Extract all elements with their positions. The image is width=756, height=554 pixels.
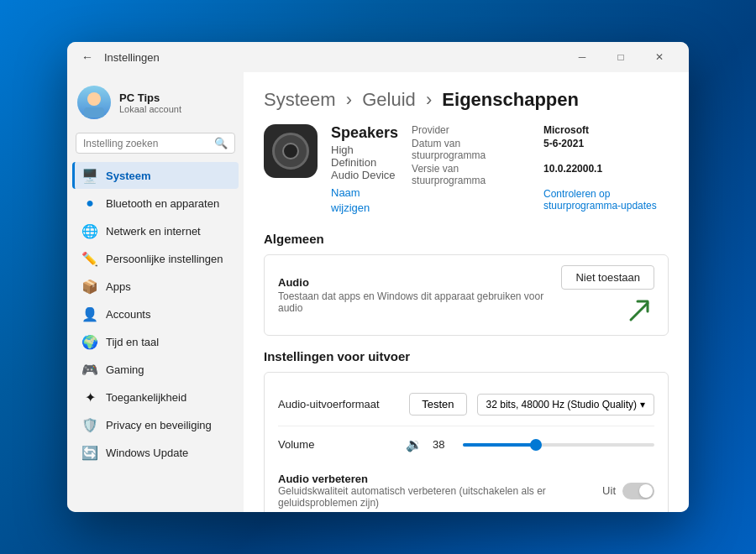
format-value: 32 bits, 48000 Hz (Studio Quality)	[486, 399, 637, 410]
back-button[interactable]: ←	[77, 47, 97, 67]
sidebar-item-windows-update[interactable]: 🔄 Windows Update	[72, 439, 239, 466]
volume-row: Volume 🔉 38	[278, 426, 654, 463]
sidebar: PC Tips Lokaal account 🔍 🖥️ Systeem ● Bl…	[67, 72, 244, 512]
version-value: 10.0.22000.1	[543, 163, 669, 186]
main-content: Systeem › Geluid › Eigenschappen Speaker…	[244, 72, 689, 512]
sidebar-item-label-toegankelijkheid: Toegankelijkheid	[106, 391, 186, 404]
svg-line-2	[631, 303, 648, 320]
slider-track	[463, 443, 654, 447]
sidebar-item-apps[interactable]: 📦 Apps	[72, 273, 239, 300]
toggle-label: Uit	[602, 484, 616, 497]
windows-update-icon: 🔄	[82, 445, 97, 460]
sidebar-item-systeem[interactable]: 🖥️ Systeem	[72, 162, 239, 189]
sidebar-item-label-windows-update: Windows Update	[106, 447, 188, 459]
sidebar-item-privacy[interactable]: 🛡️ Privacy en beveiliging	[72, 411, 239, 438]
search-box[interactable]: 🔍	[76, 133, 235, 154]
volume-value: 38	[433, 438, 453, 451]
audio-improve: Audio verbeteren Geluidskwaliteit automa…	[278, 463, 654, 512]
toegankelijkheid-icon: ✦	[82, 389, 97, 405]
breadcrumb-geluid[interactable]: Geluid	[362, 89, 416, 110]
sidebar-item-tijd[interactable]: 🌍 Tijd en taal	[72, 328, 239, 355]
audio-improve-toggle[interactable]	[622, 483, 654, 499]
window-title: Instellingen	[104, 51, 563, 64]
device-meta: Provider Microsoft Datum van stuurprogra…	[412, 124, 669, 212]
audio-row: Audio Toestaan dat apps en Windows dit a…	[278, 265, 654, 325]
audio-improve-title: Audio verbeteren	[278, 473, 597, 485]
toggle-row: Uit	[602, 483, 654, 499]
volume-label: Volume	[278, 438, 396, 451]
audio-desc: Toestaan dat apps en Windows dit apparaa…	[278, 290, 561, 314]
allow-button[interactable]: Niet toestaan	[561, 265, 654, 290]
apps-icon: 📦	[82, 279, 97, 294]
green-arrow-container	[624, 295, 654, 325]
window-controls: ─ □ ✕	[563, 42, 679, 72]
device-name: Speakers	[331, 124, 398, 142]
sidebar-item-gaming[interactable]: 🎮 Gaming	[72, 356, 239, 383]
breadcrumb-sep-2: ›	[426, 89, 437, 110]
green-arrow-icon	[624, 295, 654, 325]
sidebar-item-label-apps: Apps	[106, 280, 131, 293]
format-row: Audio-uitvoerformaat Testen 32 bits, 480…	[278, 383, 654, 426]
sidebar-item-netwerk[interactable]: 🌐 Netwerk en internet	[72, 217, 239, 244]
minimize-button[interactable]: ─	[563, 42, 601, 72]
user-section: PC Tips Lokaal account	[67, 79, 244, 129]
sidebar-item-label-accounts: Accounts	[106, 308, 150, 321]
volume-icon: 🔉	[406, 436, 423, 452]
sidebar-item-label-gaming: Gaming	[106, 363, 144, 376]
breadcrumb-sep-1: ›	[346, 89, 357, 110]
sidebar-item-label-tijd: Tijd en taal	[106, 336, 159, 348]
audio-improve-header: Audio verbeteren Geluidskwaliteit automa…	[278, 473, 654, 509]
slider-thumb[interactable]	[530, 439, 542, 451]
section-uitvoer: Instellingen voor uitvoer	[264, 349, 669, 363]
maximize-button[interactable]: □	[601, 42, 640, 72]
svg-point-0	[87, 92, 101, 106]
slider-fill	[463, 443, 536, 447]
device-icon	[264, 124, 318, 178]
search-icon: 🔍	[214, 137, 228, 149]
device-info: Speakers High Definition Audio Device Na…	[331, 124, 398, 215]
breadcrumb: Systeem › Geluid › Eigenschappen	[264, 89, 669, 111]
persoonlijk-icon: ✏️	[82, 251, 97, 266]
driver-update-link[interactable]: Controleren op stuurprogramma-updates	[543, 188, 669, 212]
sidebar-item-label-persoonlijk: Persoonlijke instellingen	[106, 253, 223, 265]
audio-card: Audio Toestaan dat apps en Windows dit a…	[264, 254, 669, 336]
output-card: Audio-uitvoerformaat Testen 32 bits, 480…	[264, 372, 669, 512]
sidebar-item-label-netwerk: Netwerk en internet	[106, 225, 201, 238]
gaming-icon: 🎮	[82, 362, 97, 377]
breadcrumb-systeem[interactable]: Systeem	[264, 89, 336, 110]
rename-link[interactable]: Naam wijzigen	[331, 186, 370, 214]
speaker-inner	[282, 143, 299, 159]
close-button[interactable]: ✕	[640, 42, 679, 72]
titlebar: ← Instellingen ─ □ ✕	[67, 42, 689, 72]
section-algemeen: Algemeen	[264, 232, 669, 246]
format-label: Audio-uitvoerformaat	[278, 398, 399, 410]
accounts-icon: 👤	[82, 306, 97, 321]
audio-title: Audio	[278, 276, 561, 289]
systeem-icon: 🖥️	[82, 168, 97, 183]
toggle-knob	[639, 484, 653, 498]
device-description: High Definition Audio Device	[331, 144, 398, 181]
volume-slider[interactable]	[463, 443, 654, 447]
avatar	[77, 86, 111, 119]
device-header: Speakers High Definition Audio Device Na…	[264, 124, 669, 215]
tijd-icon: 🌍	[82, 334, 97, 349]
chevron-down-icon: ▾	[640, 399, 645, 410]
sidebar-item-accounts[interactable]: 👤 Accounts	[72, 301, 239, 327]
provider-value: Microsoft	[543, 124, 669, 136]
user-account-type: Lokaal account	[119, 104, 234, 114]
sidebar-item-toegankelijkheid[interactable]: ✦ Toegankelijkheid	[72, 384, 239, 410]
format-select[interactable]: 32 bits, 48000 Hz (Studio Quality) ▾	[477, 394, 654, 416]
sidebar-item-bluetooth[interactable]: ● Bluetooth en apparaten	[72, 190, 239, 217]
sidebar-item-label-privacy: Privacy en beveiliging	[106, 419, 212, 431]
provider-label: Provider	[412, 124, 533, 136]
test-button[interactable]: Testen	[409, 393, 466, 416]
sidebar-item-label-bluetooth: Bluetooth en apparaten	[106, 197, 219, 210]
breadcrumb-current: Eigenschappen	[442, 89, 579, 110]
search-input[interactable]	[83, 138, 209, 149]
sidebar-item-persoonlijk[interactable]: ✏️ Persoonlijke instellingen	[72, 245, 239, 272]
date-label: Datum van stuurprogramma	[412, 138, 533, 161]
sidebar-item-label-systeem: Systeem	[106, 170, 150, 182]
user-info: PC Tips Lokaal account	[119, 91, 234, 114]
audio-improve-desc: Geluidskwaliteit automatisch verbeteren …	[278, 485, 597, 509]
version-label: Versie van stuurprogramma	[412, 163, 533, 186]
